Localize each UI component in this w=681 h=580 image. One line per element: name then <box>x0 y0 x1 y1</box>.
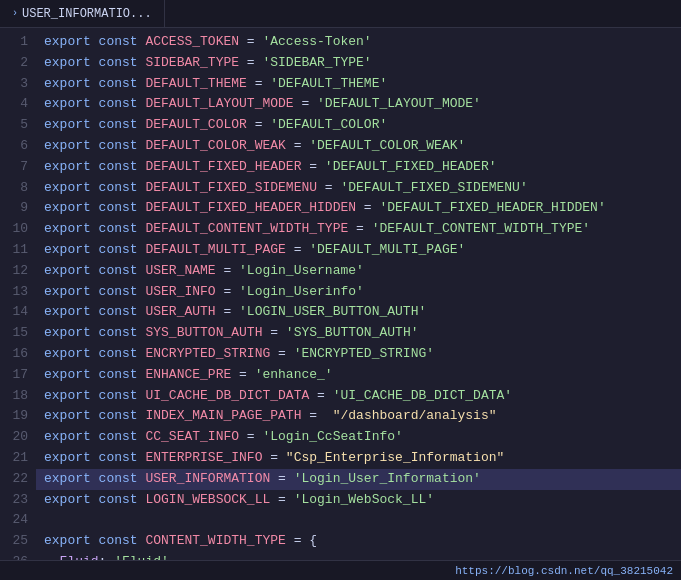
code-line: export const CC_SEAT_INFO = 'Login_CcSea… <box>36 427 681 448</box>
code-token: ENTERPRISE_INFO <box>145 448 262 469</box>
code-token: LOGIN_WEBSOCK_LL <box>145 490 270 511</box>
code-token: = <box>286 240 309 261</box>
code-line: export const DEFAULT_MULTI_PAGE = 'DEFAU… <box>36 240 681 261</box>
status-bar: https://blog.csdn.net/qq_38215042 <box>0 560 681 580</box>
code-line: export const USER_NAME = 'Login_Username… <box>36 261 681 282</box>
code-token: USER_INFO <box>145 282 215 303</box>
code-token: 'DEFAULT_THEME' <box>270 74 387 95</box>
tab-item[interactable]: › USER_INFORMATIO... <box>0 0 165 27</box>
code-token: export const <box>44 490 145 511</box>
code-token: export const <box>44 448 145 469</box>
code-line: export const DEFAULT_COLOR = 'DEFAULT_CO… <box>36 115 681 136</box>
code-token: 'Fluid' <box>114 552 169 560</box>
code-line: Fluid: 'Fluid', <box>36 552 681 560</box>
code-token: = <box>231 365 254 386</box>
code-token: = <box>216 302 239 323</box>
code-token: 'DEFAULT_FIXED_HEADER' <box>325 157 497 178</box>
code-token: DEFAULT_CONTENT_WIDTH_TYPE <box>145 219 348 240</box>
code-token: = <box>247 74 270 95</box>
code-line: export const ENCRYPTED_STRING = 'ENCRYPT… <box>36 344 681 365</box>
code-line: export const ENTERPRISE_INFO = "Csp_Ente… <box>36 448 681 469</box>
code-token: = <box>301 157 324 178</box>
code-token: ACCESS_TOKEN <box>145 32 239 53</box>
code-token: DEFAULT_THEME <box>145 74 246 95</box>
code-token: = <box>301 406 332 427</box>
code-token: UI_CACHE_DB_DICT_DATA <box>145 386 309 407</box>
code-token: = <box>270 469 293 490</box>
code-line: export const USER_INFO = 'Login_Userinfo… <box>36 282 681 303</box>
code-token: export const <box>44 406 145 427</box>
code-line: export const SYS_BUTTON_AUTH = 'SYS_BUTT… <box>36 323 681 344</box>
code-token: = <box>239 32 262 53</box>
code-token: = <box>309 386 332 407</box>
code-token: DEFAULT_FIXED_HEADER <box>145 157 301 178</box>
code-token: = <box>239 53 262 74</box>
code-token: 'DEFAULT_FIXED_SIDEMENU' <box>340 178 527 199</box>
code-line: export const ACCESS_TOKEN = 'Access-Toke… <box>36 32 681 53</box>
code-token: export const <box>44 365 145 386</box>
code-token: 'ENCRYPTED_STRING' <box>294 344 434 365</box>
code-token: DEFAULT_COLOR <box>145 115 246 136</box>
code-token: 'DEFAULT_CONTENT_WIDTH_TYPE' <box>372 219 590 240</box>
code-token: 'LOGIN_USER_BUTTON_AUTH' <box>239 302 426 323</box>
code-token: CONTENT_WIDTH_TYPE <box>145 531 285 552</box>
code-token: , <box>169 552 177 560</box>
code-token: 'DEFAULT_COLOR_WEAK' <box>309 136 465 157</box>
code-token: SIDEBAR_TYPE <box>145 53 239 74</box>
code-token: CC_SEAT_INFO <box>145 427 239 448</box>
code-token: DEFAULT_FIXED_HEADER_HIDDEN <box>145 198 356 219</box>
code-line: export const DEFAULT_FIXED_SIDEMENU = 'D… <box>36 178 681 199</box>
chevron-icon: › <box>12 8 18 19</box>
code-token: export const <box>44 282 145 303</box>
code-token: = <box>286 136 309 157</box>
code-token: export const <box>44 94 145 115</box>
code-token: = <box>247 115 270 136</box>
code-token: 'Access-Token' <box>262 32 371 53</box>
code-token: USER_INFORMATION <box>145 469 270 490</box>
code-token: export const <box>44 302 145 323</box>
code-token: export const <box>44 469 145 490</box>
code-line: export const LOGIN_WEBSOCK_LL = 'Login_W… <box>36 490 681 511</box>
code-token: export const <box>44 531 145 552</box>
line-numbers: 1234567891011121314151617181920212223242… <box>0 28 36 560</box>
code-token: "Csp_Enterprise_Information" <box>286 448 504 469</box>
code-token: = <box>317 178 340 199</box>
code-area[interactable]: export const ACCESS_TOKEN = 'Access-Toke… <box>36 28 681 560</box>
code-token: 'DEFAULT_MULTI_PAGE' <box>309 240 465 261</box>
code-token: Fluid <box>44 552 99 560</box>
code-token: 'SYS_BUTTON_AUTH' <box>286 323 419 344</box>
code-token: export const <box>44 178 145 199</box>
tab-label: USER_INFORMATIO... <box>22 7 152 21</box>
code-token: USER_NAME <box>145 261 215 282</box>
code-token: "/dashboard/analysis" <box>333 406 497 427</box>
code-token: DEFAULT_MULTI_PAGE <box>145 240 285 261</box>
code-token: export const <box>44 427 145 448</box>
code-token: export const <box>44 74 145 95</box>
code-token: SYS_BUTTON_AUTH <box>145 323 262 344</box>
code-line: export const SIDEBAR_TYPE = 'SIDEBAR_TYP… <box>36 53 681 74</box>
code-token: = <box>239 427 262 448</box>
code-token: export const <box>44 323 145 344</box>
code-line: export const USER_INFORMATION = 'Login_U… <box>36 469 681 490</box>
code-line: export const CONTENT_WIDTH_TYPE = { <box>36 531 681 552</box>
code-token: = <box>262 448 285 469</box>
code-token: 'DEFAULT_COLOR' <box>270 115 387 136</box>
code-token: = <box>270 344 293 365</box>
code-line <box>36 510 681 531</box>
code-token: DEFAULT_LAYOUT_MODE <box>145 94 293 115</box>
code-token: 'Login_User_Information' <box>294 469 481 490</box>
code-token: 'Login_Userinfo' <box>239 282 364 303</box>
code-token: 'SIDEBAR_TYPE' <box>262 53 371 74</box>
code-token: : <box>99 552 115 560</box>
code-token: 'Login_CcSeatInfo' <box>262 427 402 448</box>
code-token: = <box>216 261 239 282</box>
code-token: export const <box>44 240 145 261</box>
code-token: 'DEFAULT_LAYOUT_MODE' <box>317 94 481 115</box>
code-line: export const USER_AUTH = 'LOGIN_USER_BUT… <box>36 302 681 323</box>
code-token: 'Login_WebSock_LL' <box>294 490 434 511</box>
status-link[interactable]: https://blog.csdn.net/qq_38215042 <box>455 565 673 577</box>
editor-container: 1234567891011121314151617181920212223242… <box>0 28 681 560</box>
code-token: = <box>348 219 371 240</box>
code-line: export const DEFAULT_THEME = 'DEFAULT_TH… <box>36 74 681 95</box>
code-token: export const <box>44 261 145 282</box>
